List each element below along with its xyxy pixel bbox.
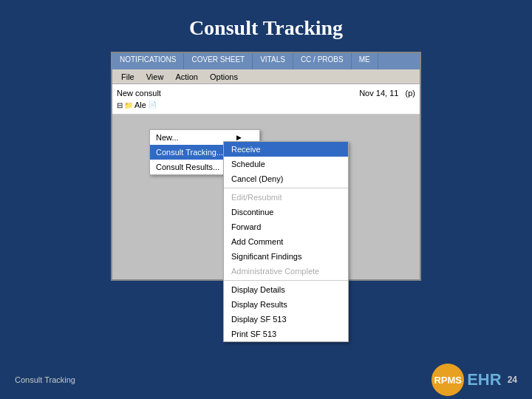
tree-folder-icon: 📁	[124, 101, 133, 109]
tab-cc-probs[interactable]: CC / PROBS	[293, 53, 352, 69]
menu-file[interactable]: File	[115, 71, 140, 83]
footer-label: Consult Tracking	[15, 375, 75, 384]
tab-cover-sheet[interactable]: COVER SHEET	[184, 53, 253, 69]
rpms-circle-icon: RPMS	[432, 364, 464, 396]
submenu-forward[interactable]: Forward	[224, 219, 348, 234]
tab-vitals[interactable]: VITALS	[253, 53, 293, 69]
submenu-significant-findings[interactable]: Significant Findings	[224, 249, 348, 264]
content-area: NOTIFICATIONS COVER SHEET VITALS CC / PR…	[0, 52, 532, 281]
footer-right: RPMS EHR 24	[432, 364, 517, 396]
ehr-row-consult: New consult Nov 14, 11 (p)	[117, 87, 415, 99]
menu-action[interactable]: Action	[169, 71, 204, 83]
submenu-edit-resubmit: Edit/Resubmit	[224, 190, 348, 205]
menu-view[interactable]: View	[140, 71, 170, 83]
footer-page: 24	[508, 375, 517, 385]
submenu-display-sf513[interactable]: Display SF 513	[224, 312, 348, 327]
footer: Consult Tracking RPMS EHR 24	[0, 361, 532, 399]
submenu-display-results[interactable]: Display Results	[224, 297, 348, 312]
menu-options[interactable]: Options	[204, 71, 244, 83]
new-consult-label: New consult	[117, 89, 161, 98]
submenu-admin-complete: Administrative Complete	[224, 264, 348, 279]
tree-child-icon: 📄	[149, 101, 157, 109]
ehr-content-area: New consult Nov 14, 11 (p) ⊟ 📁 Ale 📄	[112, 84, 420, 115]
submenu-add-comment[interactable]: Add Comment	[224, 234, 348, 249]
ehr-row-tree: ⊟ 📁 Ale 📄	[117, 99, 415, 111]
page-title: Consult Tracking	[0, 0, 532, 52]
menu-bar: File View Action Options	[112, 69, 420, 84]
rpms-logo: RPMS EHR	[432, 364, 501, 396]
tree-expand-icon[interactable]: ⊟	[117, 101, 123, 109]
submenu-discontinue[interactable]: Discontinue	[224, 205, 348, 219]
tab-bar: NOTIFICATIONS COVER SHEET VITALS CC / PR…	[112, 53, 420, 69]
tree-node-label: Ale	[134, 100, 146, 109]
submenu-cancel-deny[interactable]: Cancel (Deny)	[224, 171, 348, 186]
submenu-schedule[interactable]: Schedule	[224, 157, 348, 171]
ehr-window: NOTIFICATIONS COVER SHEET VITALS CC / PR…	[111, 52, 421, 281]
submenu-print-sf513[interactable]: Print SF 513	[224, 327, 348, 341]
menu-separator-1	[224, 188, 348, 188]
consult-tracking-submenu: Receive Schedule Cancel (Deny) Edit/Resu…	[223, 141, 349, 342]
submenu-display-details[interactable]: Display Details	[224, 282, 348, 297]
new-arrow-icon: ▶	[236, 134, 242, 141]
menu-separator-2	[224, 280, 348, 281]
tab-me[interactable]: ME	[352, 53, 378, 69]
submenu-receive[interactable]: Receive	[224, 142, 348, 157]
date-info: Nov 14, 11 (p)	[359, 89, 415, 98]
tab-notifications[interactable]: NOTIFICATIONS	[112, 53, 184, 69]
ehr-text: EHR	[467, 370, 501, 389]
